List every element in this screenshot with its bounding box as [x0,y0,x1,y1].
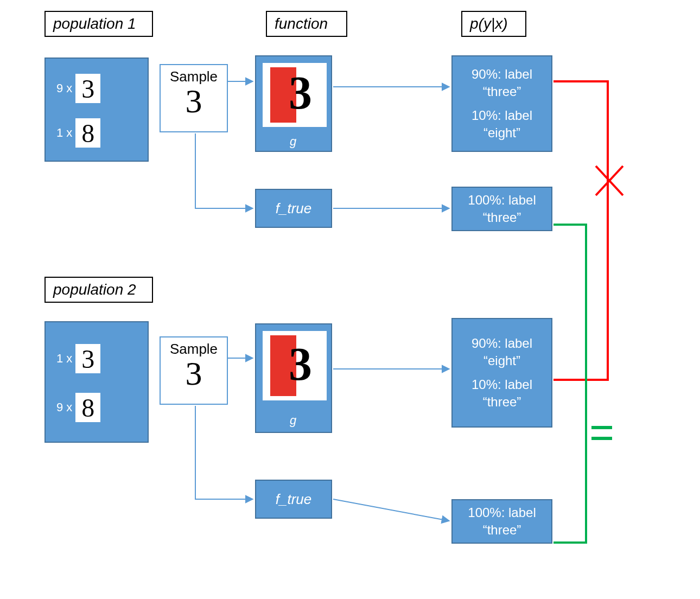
pop2-box: 1 x 3 9 x 8 [44,321,149,443]
sample1-digit: 3 [161,82,227,120]
func-g2-box: 3 g [255,323,332,433]
out-f1-box: 100%: label “three” [451,187,552,231]
pop1-item2: 1 x 8 [56,118,100,148]
arrow-sample2-to-ftrue2 [195,406,253,499]
arrow-sample1-to-ftrue1 [195,133,253,208]
func-g2-label: g [290,413,296,428]
arrow-ftrue2-to-out [333,499,449,521]
func-g1-box: 3 g [255,55,332,152]
svg-line-1 [596,166,623,195]
ftrue2-label: f_true [276,491,312,508]
pop2-item1-digit: 3 [75,344,100,373]
x-icon [596,166,623,195]
pop2-header: population 2 [44,277,153,303]
out-g1-l3: 10%: label [455,108,549,123]
pop1-item1-digit: 3 [75,74,100,103]
red-bracket [553,81,608,380]
ftrue1-box: f_true [255,189,332,228]
sample2-box: Sample 3 [160,336,228,405]
pyx-header: p(y|x) [461,11,526,37]
out-g2-l1: 90%: label [455,336,549,351]
pop1-item2-digit: 8 [75,118,100,148]
svg-line-0 [596,166,623,195]
pop1-item1-count: 9 x [56,81,72,95]
pop2-item1: 1 x 3 [56,344,100,373]
out-g2-l3: 10%: label [455,377,549,392]
out-g2-l4: “three” [455,394,549,410]
pop2-item2-count: 9 x [56,400,72,415]
func-g1-label: g [290,135,296,149]
out-f2-l1: 100%: label [455,505,549,520]
out-g1-l4: “eight” [455,125,549,141]
sample1-box: Sample 3 [160,64,228,132]
pop2-item2-digit: 8 [75,393,100,422]
pop1-header: population 1 [44,11,153,37]
pop2-item1-count: 1 x [56,352,72,366]
pop1-item1: 9 x 3 [56,74,100,103]
func-g1-digit: 3 [289,69,312,116]
equals-icon [591,428,612,438]
out-g2-box: 90%: label “eight” 10%: label “three” [451,318,552,428]
out-f1-l2: “three” [455,210,549,225]
out-f2-l2: “three” [455,522,549,538]
function-header: function [266,11,347,37]
sample2-digit: 3 [161,354,227,393]
out-g1-l2: “three” [455,84,549,99]
out-f1-l1: 100%: label [455,193,549,208]
green-bracket [553,225,586,543]
out-g2-l2: “eight” [455,353,549,368]
ftrue2-box: f_true [255,480,332,519]
pop1-item2-count: 1 x [56,126,72,140]
pop1-box: 9 x 3 1 x 8 [44,58,149,162]
func-g2-digit: 3 [289,341,312,387]
out-g1-l1: 90%: label [455,67,549,82]
ftrue1-label: f_true [276,200,312,217]
out-f2-box: 100%: label “three” [451,499,552,544]
out-g1-box: 90%: label “three” 10%: label “eight” [451,55,552,152]
pop2-item2: 9 x 8 [56,393,100,422]
